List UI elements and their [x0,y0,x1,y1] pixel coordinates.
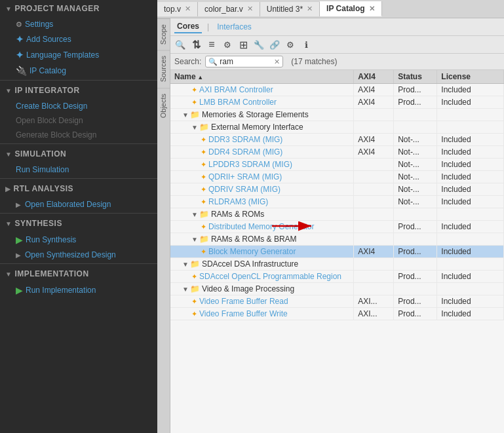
sidebar-section-rtl-analysis[interactable]: ▶ RTL ANALYSIS [0,180,157,197]
row-license [437,283,504,295]
ip-name[interactable]: AXI BRAM Controller [199,85,273,94]
chevron-down-icon: ▼ [5,87,12,94]
sidebar-item-run-implementation[interactable]: ▶ Run Implementation [10,282,157,298]
search-input[interactable] [220,57,272,66]
sidebar-item-ip-catalog[interactable]: 🔌 IP Catalog [10,63,157,79]
ip-name[interactable]: Video Frame Buffer Read [199,297,288,306]
table-row[interactable]: ✦RLDRAM3 (MIG)Not-...Included [170,196,504,208]
objects-label[interactable]: Objects [157,88,170,123]
table-row[interactable]: ▼📁Memories & Storage Elements [170,109,504,121]
sidebar-item-open-elaborated-design[interactable]: ▶ Open Elaborated Design [10,197,157,212]
row-status [394,208,437,221]
subtab-interfaces[interactable]: Interfaces [214,21,254,33]
row-license: Included [437,96,504,109]
info-toolbar-btn[interactable]: ℹ [299,37,313,52]
search-label: Search: [174,57,201,66]
ip-name[interactable]: RLDRAM3 (MIG) [208,197,268,206]
filter-toolbar-btn[interactable]: ⇅ [189,37,203,52]
ip-icon: ✦ [201,198,206,206]
ip-catalog-panel: Cores | Interfaces 🔍 ⇅ ≡ ⚙ ⊞ 🔧 🔗 ⚙ ℹ Sea… [170,18,504,433]
group-name: SDAccel DSA Infrastructure [202,259,298,269]
table-row[interactable]: ▼📁Video & Image Processing [170,283,504,295]
tab-color-bar-v[interactable]: color_bar.v ✕ [198,2,260,16]
row-axi4 [354,233,394,246]
close-icon[interactable]: ✕ [185,5,191,13]
table-row[interactable]: ✦Distributed Memory GeneratorProd...Incl… [170,221,504,233]
table-row[interactable]: ✦DDR4 SDRAM (MIG)AXI4Not-...Included [170,146,504,159]
ip-name[interactable]: LPDDR3 SDRAM (MIG) [208,160,292,169]
customize-toolbar-btn[interactable]: ⚙ [220,37,235,52]
sidebar-item-run-synthesis[interactable]: ▶ Run Synthesis [10,232,157,248]
sidebar-section-label: RTL ANALYSIS [14,184,74,193]
link-toolbar-btn[interactable]: 🔗 [267,37,282,52]
connect-toolbar-btn[interactable]: ⊞ [236,37,250,52]
table-row[interactable]: ▼📁External Memory Interface [170,121,504,134]
table-row[interactable]: ✦AXI BRAM ControllerAXI4Prod...Included [170,84,504,96]
close-icon[interactable]: ✕ [369,5,375,13]
sidebar-item-settings[interactable]: ⚙ Settings [10,17,157,31]
tab-bar: top.v ✕ color_bar.v ✕ Untitled 3* ✕ IP C… [157,0,504,18]
scope-label[interactable]: Scope [157,18,170,50]
table-row[interactable]: ✦QDRII+ SRAM (MIG)Not-...Included [170,171,504,183]
table-row[interactable]: ✦Video Frame Buffer ReadAXI...Prod...Inc… [170,295,504,308]
ip-name[interactable]: SDAccel OpenCL Programmable Region [199,272,341,281]
sidebar-item-run-simulation[interactable]: Run Simulation [10,162,157,177]
close-icon[interactable]: ✕ [307,5,313,13]
sidebar-section-synthesis[interactable]: ▼ SYNTHESIS [0,215,157,232]
sidebar-item-add-sources[interactable]: ✦ Add Sources [10,31,157,47]
expand-triangle-icon[interactable]: ▼ [191,124,198,131]
table-row[interactable]: ▼📁SDAccel DSA Infrastructure [170,258,504,271]
sidebar-section-ip-integrator-items: Create Block Design Open Block Design Ge… [0,99,157,142]
table-row[interactable]: ▼📁RAMs & ROMs & BRAM [170,233,504,246]
ip-name[interactable]: DDR4 SDRAM (MIG) [208,147,282,157]
clear-search-icon[interactable]: ✕ [274,58,280,66]
tab-untitled3[interactable]: Untitled 3* ✕ [260,2,320,16]
sidebar-section-implementation[interactable]: ▼ IMPLEMENTATION [0,265,157,282]
expand-triangle-icon[interactable]: ▼ [191,236,198,243]
sidebar-section-project-manager[interactable]: ▼ PROJECT MANAGER [0,0,157,17]
tab-top-v[interactable]: top.v ✕ [157,2,198,16]
expand-triangle-icon[interactable]: ▼ [182,111,189,119]
ip-name[interactable]: Distributed Memory Generator [208,222,314,231]
sidebar-item-language-templates[interactable]: ✦ Language Templates [10,47,157,63]
expand-triangle-icon[interactable]: ▼ [191,211,198,218]
ip-name[interactable]: QDRIV SRAM (MIG) [208,185,281,194]
col-name[interactable]: Name [170,70,354,84]
expand-triangle-icon[interactable]: ▼ [182,286,189,293]
gear2-toolbar-btn[interactable]: ⚙ [283,37,298,52]
table-row[interactable]: ✦LMB BRAM ControllerAXI4Prod...Included [170,96,504,109]
sidebar-section-label: IP INTEGRATOR [14,86,79,95]
ip-name[interactable]: LMB BRAM Controller [199,98,277,107]
folder-icon: 📁 [190,284,200,293]
wrench-toolbar-btn[interactable]: 🔧 [252,37,266,52]
table-row[interactable]: ✦Video Frame Buffer WriteAXI...Prod...In… [170,308,504,320]
sources-label[interactable]: Sources [157,50,170,87]
sidebar-section-simulation[interactable]: ▼ SIMULATION [0,145,157,162]
ip-name[interactable]: DDR3 SDRAM (MIG) [208,135,282,144]
col-axi4[interactable]: AXI4 [354,70,394,84]
ip-name[interactable]: Video Frame Buffer Write [199,309,288,318]
tab-ip-catalog[interactable]: IP Catalog ✕ [320,1,381,16]
col-license[interactable]: License [437,70,504,84]
table-row[interactable]: ▼📁RAMs & ROMs [170,208,504,221]
ip-icon: ✦ [201,148,206,156]
search-toolbar-btn[interactable]: 🔍 [173,37,187,52]
sidebar-section-label: IMPLEMENTATION [14,269,88,278]
table-row[interactable]: ✦QDRIV SRAM (MIG)Not-...Included [170,183,504,196]
sidebar-item-open-synthesized-design[interactable]: ▶ Open Synthesized Design [10,248,157,262]
sidebar-item-create-block-design[interactable]: Create Block Design [10,99,157,113]
filter2-toolbar-btn[interactable]: ≡ [204,37,219,52]
table-row[interactable]: ✦LPDDR3 SDRAM (MIG)Not-...Included [170,159,504,171]
row-axi4: AXI4 [354,146,394,159]
row-status: Prod... [394,271,437,283]
table-row[interactable]: ✦SDAccel OpenCL Programmable RegionProd.… [170,271,504,283]
col-status[interactable]: Status [394,70,437,84]
table-row[interactable]: ✦Block Memory GeneratorAXI4Prod...Includ… [170,246,504,258]
ip-name[interactable]: Block Memory Generator [208,247,296,256]
expand-triangle-icon[interactable]: ▼ [182,261,189,268]
ip-name[interactable]: QDRII+ SRAM (MIG) [208,172,282,181]
sidebar-section-ip-integrator[interactable]: ▼ IP INTEGRATOR [0,82,157,99]
close-icon[interactable]: ✕ [247,5,253,13]
table-row[interactable]: ✦DDR3 SDRAM (MIG)AXI4Not-...Included [170,134,504,146]
subtab-cores[interactable]: Cores [174,20,202,33]
